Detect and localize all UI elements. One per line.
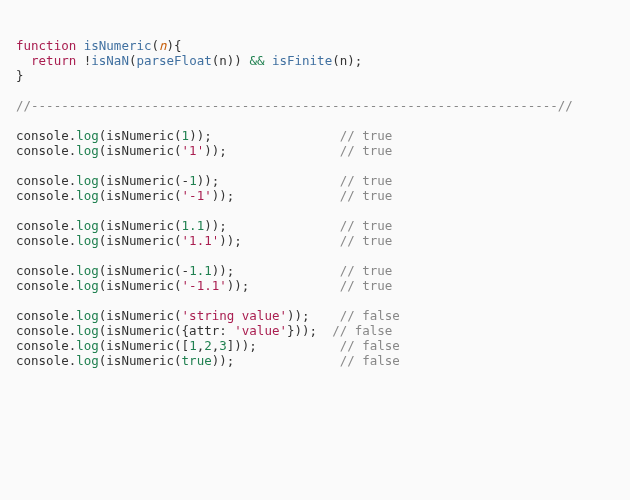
code-block: function isNumeric(n){ return !isNaN(par… [16, 38, 614, 368]
